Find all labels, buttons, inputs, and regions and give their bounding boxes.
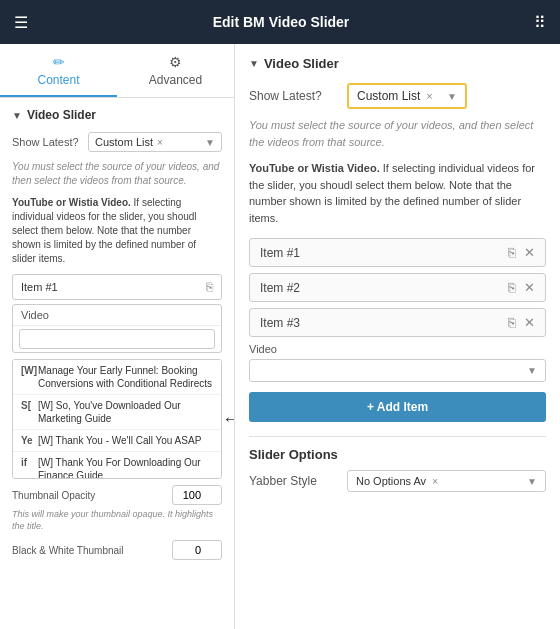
right-item-2-label: Item #3	[260, 316, 508, 330]
right-video-select[interactable]: ▼	[249, 359, 546, 382]
left-item-header: Item #1 ⎘	[13, 275, 221, 299]
thumbnail-opacity-row: Thumbnail Opacity	[12, 485, 222, 505]
right-item-2-copy-icon[interactable]: ⎘	[508, 315, 516, 330]
yabber-style-arrow: ▼	[527, 476, 537, 487]
yabber-style-clear[interactable]: ×	[432, 476, 438, 487]
right-show-latest-label: Show Latest?	[249, 89, 339, 103]
right-item-0: Item #1 ⎘ ✕	[249, 238, 546, 267]
right-item-0-close-icon[interactable]: ✕	[524, 245, 535, 260]
header-title: Edit BM Video Slider	[213, 14, 350, 30]
dropdown-item-1[interactable]: S[ [W] So, You've Downloaded Our Marketi…	[13, 395, 221, 430]
divider	[249, 436, 546, 437]
left-item-box: Item #1 ⎘	[12, 274, 222, 300]
thumbnail-opacity-info: This will make your thumbnail opaque. It…	[12, 509, 222, 532]
dropdown-item-1-text: [W] So, You've Downloaded Our Marketing …	[38, 399, 213, 425]
left-info-text: You must select the source of your video…	[12, 160, 222, 188]
dropdown-item-0-text: Manage Your Early Funnel: Booking Conver…	[38, 364, 213, 390]
right-item-0-label: Item #1	[260, 246, 508, 260]
tabs: ✏ Content ⚙ Advanced	[0, 44, 234, 98]
tab-advanced[interactable]: ⚙ Advanced	[117, 44, 234, 97]
dropdown-item-3-text: [W] Thank You For Downloading Our Financ…	[38, 456, 213, 479]
dropdown-item-0[interactable]: [W] Manage Your Early Funnel: Booking Co…	[13, 360, 221, 395]
left-panel: ✏ Content ⚙ Advanced ▼ Video Slider Show…	[0, 44, 235, 629]
left-video-input-container	[13, 326, 221, 352]
right-section-title: Video Slider	[264, 56, 339, 71]
left-content: ▼ Video Slider Show Latest? Custom List …	[0, 98, 234, 629]
section-arrow-icon: ▼	[12, 110, 22, 121]
right-item-2-close-icon[interactable]: ✕	[524, 315, 535, 330]
dropdown-item-2[interactable]: Ye [W] Thank You - We'll Call You ASAP	[13, 430, 221, 452]
right-video-label: Video	[249, 343, 546, 355]
right-video-arrow-icon: ▼	[527, 365, 537, 376]
left-bold-text: YouTube or Wistia Video. If selecting in…	[12, 196, 222, 266]
right-video-section: Video ▼	[249, 343, 546, 382]
left-video-input[interactable]	[19, 329, 215, 349]
pencil-icon: ✏	[53, 54, 65, 70]
left-video-label: Video	[13, 305, 221, 326]
left-section-title: Video Slider	[27, 108, 96, 122]
grid-icon[interactable]: ⠿	[534, 13, 546, 32]
left-video-section: Video	[12, 304, 222, 353]
right-show-latest-value: Custom List	[357, 89, 420, 103]
dropdown-item-3-abbr: if	[21, 456, 35, 469]
tab-content-label: Content	[37, 73, 79, 87]
show-latest-row: Show Latest? Custom List × ▼	[12, 132, 222, 152]
right-item-2: Item #3 ⎘ ✕	[249, 308, 546, 337]
dropdown-item-0-abbr: [W]	[21, 364, 35, 377]
left-arrow-indicator: ←	[222, 409, 234, 430]
right-video-slider-header: ▼ Video Slider	[249, 56, 546, 71]
bold-text-prefix: YouTube or Wistia Video.	[12, 197, 131, 208]
yabber-style-label: Yabber Style	[249, 474, 339, 488]
right-panel: ▼ Video Slider Show Latest? Custom List …	[235, 44, 560, 629]
bw-thumbnail-input[interactable]	[172, 540, 222, 560]
right-item-1-close-icon[interactable]: ✕	[524, 280, 535, 295]
yabber-style-row: Yabber Style No Options Av × ▼	[249, 470, 546, 492]
left-item-copy-icon[interactable]: ⎘	[206, 280, 213, 294]
right-section-arrow-icon: ▼	[249, 58, 259, 69]
dropdown-item-2-text: [W] Thank You - We'll Call You ASAP	[38, 434, 201, 447]
left-video-slider-header: ▼ Video Slider	[12, 108, 222, 122]
slider-options-header: Slider Options	[249, 447, 546, 462]
right-bold-text: YouTube or Wistia Video. If selecting in…	[249, 160, 546, 226]
show-latest-select[interactable]: Custom List × ▼	[88, 132, 222, 152]
right-show-latest-select[interactable]: Custom List × ▼	[347, 83, 467, 109]
tab-advanced-label: Advanced	[149, 73, 202, 87]
right-item-0-copy-icon[interactable]: ⎘	[508, 245, 516, 260]
dropdown-item-3[interactable]: if [W] Thank You For Downloading Our Fin…	[13, 452, 221, 479]
right-item-1-copy-icon[interactable]: ⎘	[508, 280, 516, 295]
video-dropdown-list[interactable]: [W] Manage Your Early Funnel: Booking Co…	[12, 359, 222, 479]
thumbnail-opacity-input[interactable]	[172, 485, 222, 505]
yabber-style-value: No Options Av	[356, 475, 426, 487]
yabber-style-select[interactable]: No Options Av × ▼	[347, 470, 546, 492]
header: ☰ Edit BM Video Slider ⠿	[0, 0, 560, 44]
dropdown-item-1-abbr: S[	[21, 399, 35, 412]
show-latest-clear[interactable]: ×	[157, 137, 163, 148]
right-info-text: You must select the source of your video…	[249, 117, 546, 150]
menu-icon[interactable]: ☰	[14, 13, 28, 32]
slider-options-title: Slider Options	[249, 447, 338, 462]
right-item-1: Item #2 ⎘ ✕	[249, 273, 546, 302]
add-item-button[interactable]: + Add Item	[249, 392, 546, 422]
right-show-latest-arrow: ▼	[447, 91, 457, 102]
left-item-label: Item #1	[21, 281, 58, 293]
gear-icon: ⚙	[169, 54, 182, 70]
right-bold-prefix: YouTube or Wistia Video.	[249, 162, 380, 174]
thumbnail-opacity-label: Thumbnail Opacity	[12, 490, 166, 501]
show-latest-value: Custom List	[95, 136, 153, 148]
show-latest-arrow: ▼	[205, 137, 215, 148]
dropdown-container: [W] Manage Your Early Funnel: Booking Co…	[12, 359, 222, 479]
dropdown-item-2-abbr: Ye	[21, 434, 35, 447]
right-show-latest-clear[interactable]: ×	[426, 90, 432, 102]
bw-thumbnail-label: Black & White Thumbnail	[12, 545, 166, 556]
show-latest-label: Show Latest?	[12, 136, 82, 148]
right-item-1-label: Item #2	[260, 281, 508, 295]
tab-content[interactable]: ✏ Content	[0, 44, 117, 97]
right-show-latest-row: Show Latest? Custom List × ▼	[249, 83, 546, 109]
bw-thumbnail-row: Black & White Thumbnail	[12, 540, 222, 560]
